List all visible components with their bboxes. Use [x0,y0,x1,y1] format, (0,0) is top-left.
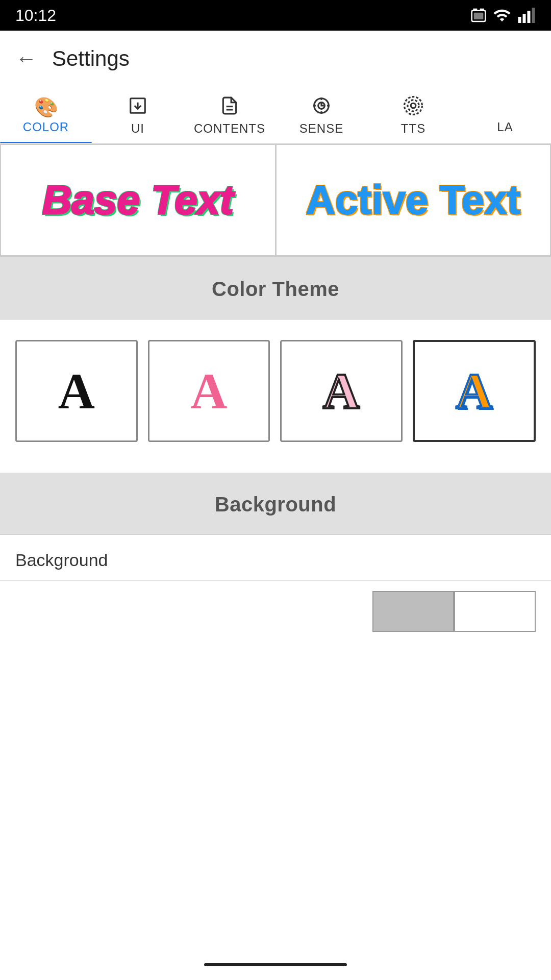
theme-option-blue-orange[interactable]: A [413,340,536,442]
page-title: Settings [52,46,130,71]
sense-tab-icon [312,96,331,118]
svg-rect-3 [474,13,484,19]
theme-a-pink-label: A [190,362,227,421]
base-text-label: Base Text [42,177,234,224]
tab-color[interactable]: 🎨 COLOR [0,87,92,143]
tab-contents[interactable]: CONTENTS [184,87,276,143]
svg-rect-6 [528,11,531,23]
theme-option-pink[interactable]: A [148,340,270,442]
theme-a-blue-orange-label: A [456,362,492,421]
background-row[interactable]: Background [0,535,551,581]
bottom-nav [0,949,551,980]
svg-rect-4 [518,17,521,23]
background-row-label: Background [15,550,108,570]
background-title: Background [215,493,336,516]
base-text-preview[interactable]: Base Text [0,144,276,256]
svg-point-19 [408,100,419,111]
swatch-white[interactable] [454,591,536,632]
theme-a-outline-label: A [323,362,360,421]
bottom-nav-indicator [204,963,347,966]
theme-option-black[interactable]: A [15,340,138,442]
tab-tts[interactable]: TTS [367,87,459,143]
svg-point-18 [411,103,416,108]
tab-tts-label: TTS [401,121,425,136]
la-tab-icon [503,97,508,117]
back-button[interactable]: ← [15,46,37,71]
status-icons [470,6,536,24]
sim-icon [470,7,487,23]
tab-color-label: COLOR [23,120,69,134]
background-section-header: Background [0,473,551,535]
tab-ui[interactable]: UI [92,87,184,143]
tab-sense[interactable]: SENSE [276,87,367,143]
active-text-preview[interactable]: Active Text [276,144,552,256]
status-time: 10:12 [15,6,56,25]
active-text-label: Active Text [306,177,520,224]
status-bar: 10:12 [0,0,551,31]
tab-sense-label: SENSE [299,121,343,136]
swatch-gray[interactable] [372,591,454,632]
tab-bar: 🎨 COLOR UI CONTENTS [0,87,551,144]
color-theme-title: Color Theme [212,278,339,301]
svg-rect-7 [532,8,535,23]
color-theme-header: Color Theme [0,257,551,320]
tab-contents-label: CONTENTS [194,121,265,136]
color-tab-icon: 🎨 [34,97,58,117]
ui-tab-icon [128,96,147,118]
contents-tab-icon [220,96,239,118]
theme-a-black-label: A [58,362,95,421]
tts-tab-icon [404,96,423,118]
theme-options-row: A A A A [0,320,551,462]
preview-section: Base Text Active Text [0,144,551,257]
tab-la-label: LA [497,120,513,134]
tab-ui-label: UI [131,121,144,136]
tab-la[interactable]: LA [459,87,551,143]
theme-option-outline[interactable]: A [280,340,403,442]
swatch-row [0,581,551,642]
signal-icon [517,6,536,24]
wifi-icon [493,6,511,24]
app-bar: ← Settings [0,31,551,87]
svg-rect-5 [523,14,526,23]
